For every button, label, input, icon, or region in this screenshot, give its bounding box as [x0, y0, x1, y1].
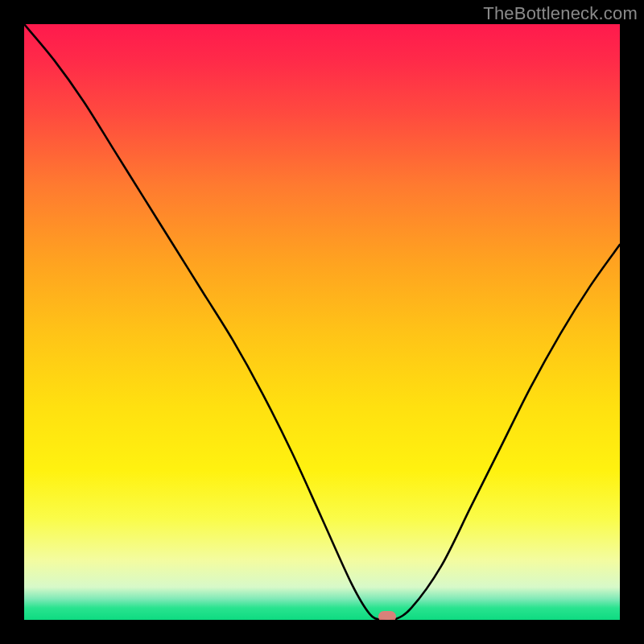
chart-frame: TheBottleneck.com	[0, 0, 644, 644]
bottleneck-curve	[24, 24, 620, 620]
watermark-text: TheBottleneck.com	[483, 3, 638, 24]
optimum-marker	[378, 611, 396, 620]
plot-area	[24, 24, 620, 620]
